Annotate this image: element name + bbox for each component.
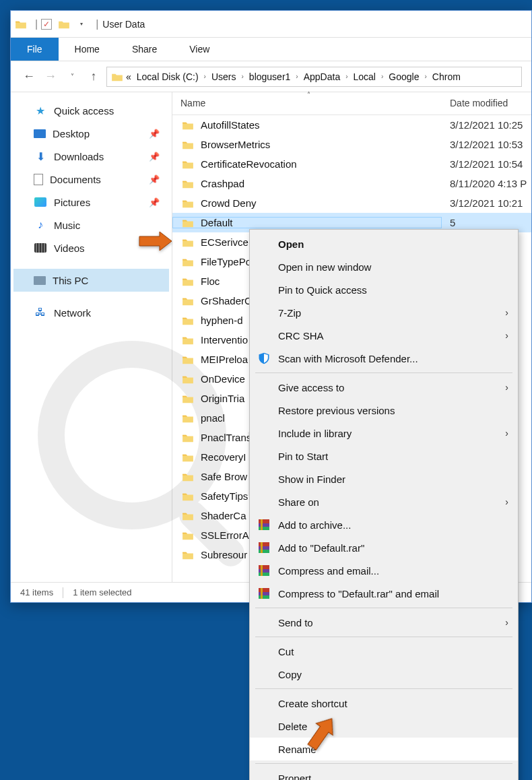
- navigation-pane: ★ Quick access Desktop 📌 ⬇ Downloads 📌 D…: [11, 92, 172, 582]
- menu-open-new-window[interactable]: Open in new window: [250, 255, 518, 278]
- nav-network[interactable]: 🖧 Network: [13, 301, 169, 324]
- breadcrumb-segment[interactable]: bloguser1: [249, 71, 291, 82]
- nav-desktop[interactable]: Desktop 📌: [13, 122, 169, 145]
- column-name[interactable]: ˄ Name: [172, 92, 442, 115]
- file-name: OriginTria: [201, 393, 244, 404]
- nav-this-pc[interactable]: This PC: [13, 269, 169, 292]
- folder-row[interactable]: Crashpad8/11/2020 4:13 P: [172, 174, 531, 193]
- separator: |: [96, 18, 98, 30]
- folder-icon: [182, 531, 194, 540]
- nav-pictures[interactable]: Pictures 📌: [13, 191, 169, 214]
- breadcrumb-segment[interactable]: Users: [211, 71, 236, 82]
- menu-share-on[interactable]: Share on›: [250, 490, 518, 513]
- tab-view[interactable]: View: [173, 38, 226, 61]
- menu-give-access[interactable]: Give access to›: [250, 376, 518, 399]
- breadcrumb-segment[interactable]: Chrom: [432, 71, 461, 82]
- menu-label: Add to "Default.rar": [278, 542, 364, 554]
- nav-label: Videos: [54, 242, 85, 254]
- breadcrumb-segment[interactable]: AppData: [304, 71, 340, 82]
- menu-label: CRC SHA: [278, 330, 324, 342]
- file-name: SSLErrorA: [201, 529, 249, 541]
- folder-row[interactable]: AutofillStates3/12/2021 10:25: [172, 115, 531, 135]
- menu-divider: [255, 637, 512, 637]
- folder-icon: [182, 257, 194, 267]
- forward-button[interactable]: →: [42, 68, 59, 86]
- pin-icon: 📌: [149, 197, 160, 207]
- up-button[interactable]: ↑: [85, 68, 102, 86]
- folder-icon: [182, 335, 194, 345]
- menu-label: Create shortcut: [278, 698, 347, 709]
- menu-rename[interactable]: Rename: [250, 738, 518, 760]
- menu-pin-quick-access[interactable]: Pin to Quick access: [250, 278, 518, 301]
- menu-add-default-rar[interactable]: Add to "Default.rar": [250, 536, 518, 559]
- folder-icon: [15, 19, 27, 30]
- star-icon: ★: [34, 104, 47, 117]
- menu-label: Open: [278, 238, 304, 250]
- tab-share[interactable]: Share: [116, 38, 173, 61]
- breadcrumb[interactable]: « Local Disk (C:)› Users› bloguser1› App…: [106, 67, 522, 87]
- menu-label: Propert: [278, 773, 311, 781]
- history-dropdown[interactable]: ˅: [63, 68, 81, 86]
- menu-properties[interactable]: Propert: [250, 767, 518, 780]
- folder-row[interactable]: BrowserMetrics3/12/2021 10:53: [172, 135, 531, 154]
- menu-7zip[interactable]: 7-Zip›: [250, 301, 518, 324]
- nav-videos[interactable]: Videos: [13, 236, 169, 259]
- status-item-count: 41 items: [20, 587, 53, 597]
- menu-compress-email[interactable]: Compress and email...: [250, 559, 518, 582]
- submenu-arrow-icon: ›: [505, 428, 508, 438]
- nav-label: Quick access: [54, 105, 114, 117]
- menu-defender-scan[interactable]: Scan with Microsoft Defender...: [250, 347, 518, 370]
- submenu-arrow-icon: ›: [505, 382, 508, 393]
- nav-downloads[interactable]: ⬇ Downloads 📌: [13, 145, 169, 168]
- breadcrumb-ellipsis[interactable]: «: [126, 71, 131, 82]
- tab-file[interactable]: File: [11, 38, 59, 61]
- menu-divider: [255, 608, 512, 608]
- menu-include-library[interactable]: Include in library›: [250, 422, 518, 445]
- folder-icon: [182, 355, 194, 364]
- file-name: SafetyTips: [201, 490, 248, 502]
- folder-row[interactable]: Crowd Deny3/12/2021 10:21: [172, 193, 531, 213]
- menu-cut[interactable]: Cut: [250, 640, 518, 663]
- menu-delete[interactable]: Delete: [250, 715, 518, 738]
- file-name: Crashpad: [201, 178, 244, 189]
- network-icon: 🖧: [34, 306, 47, 319]
- file-name: Default: [201, 217, 233, 228]
- nav-documents[interactable]: Documents 📌: [13, 168, 169, 191]
- nav-quick-access[interactable]: ★ Quick access: [13, 99, 169, 122]
- file-name: FileTypePo: [201, 256, 251, 267]
- qa-dropdown-icon[interactable]: ▾: [75, 19, 88, 30]
- submenu-arrow-icon: ›: [505, 496, 508, 507]
- folder-icon: [182, 550, 194, 560]
- menu-create-shortcut[interactable]: Create shortcut: [250, 692, 518, 715]
- menu-restore-versions[interactable]: Restore previous versions: [250, 399, 518, 422]
- menu-copy[interactable]: Copy: [250, 663, 518, 686]
- svg-rect-13: [259, 573, 269, 576]
- menu-open[interactable]: Open: [250, 232, 518, 255]
- svg-rect-8: [259, 542, 269, 546]
- file-name: Crowd Deny: [201, 197, 257, 209]
- menu-show-finder[interactable]: Show in Finder: [250, 467, 518, 490]
- file-date: 3/12/2021 10:54: [442, 158, 531, 170]
- menu-send-to[interactable]: Send to›: [250, 611, 518, 634]
- tab-home[interactable]: Home: [59, 38, 116, 61]
- pictures-icon: [34, 195, 47, 209]
- column-date[interactable]: Date modified: [442, 92, 531, 115]
- chevron-right-icon: ›: [204, 73, 206, 80]
- menu-pin-start[interactable]: Pin to Start: [250, 445, 518, 467]
- menu-label: Scan with Microsoft Defender...: [278, 353, 418, 364]
- check-toggle-icon[interactable]: ✓: [40, 19, 53, 30]
- breadcrumb-segment[interactable]: Local Disk (C:): [137, 71, 199, 82]
- folder-icon: [182, 492, 194, 501]
- file-date: 3/12/2021 10:25: [442, 119, 531, 131]
- back-button[interactable]: ←: [20, 68, 38, 86]
- nav-music[interactable]: ♪ Music: [13, 214, 169, 236]
- breadcrumb-segment[interactable]: Local: [354, 71, 376, 82]
- breadcrumb-segment[interactable]: Google: [389, 71, 419, 82]
- menu-add-archive[interactable]: Add to archive...: [250, 513, 518, 536]
- file-name: PnaclTrans: [201, 432, 251, 443]
- menu-crc-sha[interactable]: CRC SHA›: [250, 324, 518, 347]
- menu-label: Delete: [278, 721, 307, 732]
- folder-row[interactable]: CertificateRevocation3/12/2021 10:54: [172, 154, 531, 174]
- menu-label: Include in library: [278, 428, 352, 439]
- menu-compress-rar-email[interactable]: Compress to "Default.rar" and email: [250, 582, 518, 605]
